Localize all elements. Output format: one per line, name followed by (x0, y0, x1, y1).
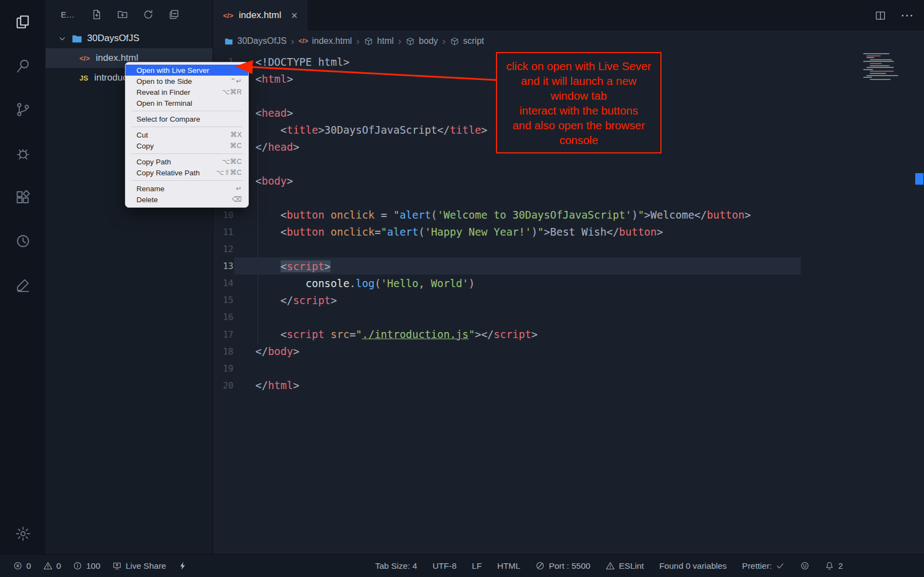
line-number: 10 (213, 210, 233, 220)
line-number: 15 (213, 295, 233, 305)
extensions-icon[interactable] (0, 175, 45, 219)
status-live-server-port[interactable]: Port : 5500 (535, 561, 590, 571)
menu-item-delete[interactable]: Delete⌫ (126, 194, 248, 205)
breadcrumb-script[interactable]: script (450, 36, 484, 46)
status-prettier[interactable]: Prettier: (742, 561, 785, 571)
new-file-icon[interactable] (91, 9, 102, 20)
minimap[interactable] (863, 53, 909, 81)
annotation-text: and it will launch a new (521, 73, 637, 88)
menu-item-reveal-in-finder[interactable]: Reveal in Finder⌥⌘R (126, 87, 248, 98)
status-tab-size[interactable]: Tab Size: 4 (375, 561, 417, 571)
minimap-line (866, 55, 881, 56)
activity-bottom-icons (0, 513, 45, 554)
status-errors[interactable]: 0 (13, 561, 31, 571)
status-feedback-smiley[interactable] (800, 561, 809, 570)
source-control-icon[interactable] (0, 88, 45, 132)
status-live-share[interactable]: Live Share (112, 561, 166, 571)
code-line-9: 9 (213, 190, 924, 207)
breadcrumb-body[interactable]: body (406, 36, 438, 46)
code-text: <script> (233, 260, 330, 272)
code-line-19: 19 (213, 360, 924, 377)
line-number: 18 (213, 346, 233, 357)
status-label: Found 0 variables (659, 561, 727, 571)
explorer-title: E… (61, 10, 75, 19)
explorer-header: E… (45, 0, 213, 28)
status-notifications[interactable]: 2 (825, 561, 843, 571)
split-editor-icon[interactable] (875, 10, 886, 21)
status-quick-actions[interactable] (178, 561, 187, 570)
minimap-line (863, 53, 889, 54)
menu-item-copy[interactable]: Copy⌘C (126, 140, 248, 151)
status-warnings[interactable]: 0 (43, 561, 61, 571)
code-text: <button onclick = "alert('Welcome to 30D… (233, 209, 751, 221)
menu-item-shortcut: ⌘C (230, 141, 242, 151)
folder-row-30daysofjs[interactable]: 30DaysOfJS (45, 28, 213, 48)
status-label: LF (472, 561, 482, 571)
status-label: Live Share (126, 561, 166, 571)
context-menu: Open with Live ServerOpen to the Side⌃↵R… (125, 62, 249, 208)
breadcrumb-html[interactable]: html (364, 36, 393, 46)
status-right-group: Tab Size: 4UTF-8LFHTMLPort : 5500ESLintF… (375, 561, 924, 571)
menu-item-rename[interactable]: Rename↵ (126, 183, 248, 194)
code-text: <button onclick="alert('Happy New Year!'… (233, 226, 663, 238)
menu-item-copy-relative-path[interactable]: Copy Relative Path⌥⇧⌘C (126, 167, 248, 178)
status-eol[interactable]: LF (472, 561, 482, 571)
minimap-line (866, 67, 894, 68)
menu-item-open-to-the-side[interactable]: Open to the Side⌃↵ (126, 76, 248, 87)
menu-separator (131, 111, 243, 111)
menu-item-label: Copy (136, 141, 154, 151)
minimap-line (870, 59, 892, 60)
status-label: 0 (26, 561, 31, 571)
status-label: 2 (838, 561, 843, 571)
chevron-right-icon: › (398, 36, 401, 47)
breadcrumb-30daysofjs[interactable]: 30DaysOfJS (224, 36, 287, 46)
line-number: 13 (213, 261, 233, 271)
menu-item-label: Copy Relative Path (136, 168, 200, 178)
menu-item-cut[interactable]: Cut⌘X (126, 129, 248, 140)
status-language-mode[interactable]: HTML (497, 561, 520, 571)
code-text: <title>30DaysOfJavaScript</title> (233, 124, 487, 136)
minimap-line (863, 77, 872, 78)
tab-label: index.html (239, 10, 281, 21)
run-debug-icon[interactable] (0, 132, 45, 175)
symbol-cube-icon (406, 37, 415, 46)
more-actions-icon[interactable]: ⋯ (900, 9, 914, 22)
status-encoding[interactable]: UTF-8 (432, 561, 457, 571)
feedback-icon[interactable] (0, 263, 45, 307)
breadcrumb-index-html[interactable]: </>index.html (299, 36, 352, 46)
line-number: 19 (213, 363, 233, 374)
tab-index-html[interactable]: </> index.html × (213, 0, 307, 31)
menu-item-copy-path[interactable]: Copy Path⌥⌘C (126, 156, 248, 167)
menu-item-label: Cut (136, 130, 148, 140)
code-line-17: 17 <script src="./introduction.js"></scr… (213, 326, 924, 343)
bell-icon (825, 561, 834, 570)
new-folder-icon[interactable] (117, 9, 128, 20)
annotation-text: interact with the buttons (520, 103, 638, 118)
breadcrumb-label: html (377, 36, 393, 46)
close-icon[interactable]: × (291, 9, 298, 22)
chevron-right-icon: › (291, 36, 294, 47)
menu-separator (131, 180, 243, 181)
menu-item-shortcut: ⌥⌘R (222, 88, 242, 97)
line-number: 12 (213, 244, 233, 254)
code-line-7: 7 (213, 156, 924, 173)
collapse-all-icon[interactable] (168, 9, 180, 20)
refresh-icon[interactable] (142, 9, 154, 20)
status-metrics[interactable]: 100 (73, 561, 100, 571)
menu-item-label: Open to the Side (136, 77, 192, 86)
menu-item-open-in-terminal[interactable]: Open in Terminal (126, 98, 248, 108)
warning-icon (43, 561, 53, 570)
code-line-20: 20</html> (213, 377, 924, 394)
menu-item-open-with-live-server[interactable]: Open with Live Server (126, 65, 248, 76)
menu-item-shortcut: ↵ (236, 184, 242, 193)
settings-icon[interactable] (0, 513, 45, 554)
menu-item-select-for-compare[interactable]: Select for Compare (126, 113, 248, 124)
activity-bar (0, 0, 45, 554)
search-icon[interactable] (0, 44, 45, 88)
status-eslint[interactable]: ESLint (606, 561, 644, 571)
status-variables[interactable]: Found 0 variables (659, 561, 727, 571)
history-icon[interactable] (0, 219, 45, 263)
explorer-icon[interactable] (0, 0, 45, 44)
menu-item-label: Reveal in Finder (136, 88, 190, 97)
menu-item-label: Open with Live Server (136, 66, 209, 75)
